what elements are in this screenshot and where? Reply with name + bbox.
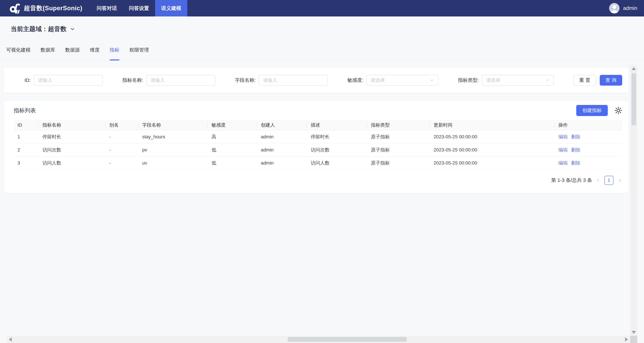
filter-id-label: ID: [24, 78, 31, 83]
metric-list-title: 指标列表 [14, 107, 36, 114]
filter-field-input[interactable] [259, 75, 328, 86]
delete-link[interactable]: 删除 [571, 147, 580, 152]
delete-link[interactable]: 删除 [571, 134, 580, 139]
col-actions: 操作 [554, 120, 622, 130]
horizontal-scrollbar-thumb[interactable] [288, 337, 407, 342]
col-description: 描述 [307, 120, 367, 130]
domain-label: 当前主题域： [11, 25, 48, 33]
filter-field-label: 字段名称: [235, 77, 256, 84]
filter-name-label: 指标名称: [122, 77, 143, 84]
create-metric-button[interactable]: 创建指标 [576, 105, 608, 116]
page-number-1[interactable]: 1 [604, 176, 614, 185]
edit-link[interactable]: 编辑 [558, 160, 568, 166]
domain-value: 超音数 [48, 25, 66, 33]
model-tabs: 可视化建模 数据库 数据源 维度 指标 权限管理 [0, 39, 644, 61]
chevron-down-icon [545, 78, 550, 82]
nav-item-semantic-modeling[interactable]: 语义建模 [155, 0, 187, 17]
user-avatar-icon[interactable] [609, 3, 620, 14]
filter-sensitivity-label: 敏感度: [347, 77, 363, 84]
filter-sensitivity-select[interactable]: 请选择 [366, 75, 438, 86]
vertical-scrollbar[interactable] [630, 65, 637, 336]
col-alias: 别名 [106, 120, 138, 130]
edit-link[interactable]: 编辑 [558, 134, 568, 139]
tab-metric[interactable]: 指标 [110, 47, 120, 60]
search-button[interactable]: 查 询 [600, 75, 622, 86]
next-page-icon[interactable] [617, 178, 622, 183]
scrollbar-corner [630, 336, 637, 343]
scroll-left-arrow[interactable] [9, 337, 12, 342]
app-logo: 超音数(SuperSonic) [10, 3, 82, 14]
metric-list-header: 指标列表 创建指标 [14, 101, 622, 120]
tab-visual-modeling[interactable]: 可视化建模 [6, 47, 30, 60]
nav-user-area[interactable]: admin [609, 3, 637, 14]
current-domain-bar: 当前主题域： 超音数 [0, 17, 644, 39]
supersonic-logo-icon [10, 3, 20, 14]
table-row: 2 访问次数 - pv 低 admin 访问次数 原子指标 2023-05-25… [14, 143, 622, 156]
chevron-down-icon [430, 78, 434, 82]
tab-database[interactable]: 数据库 [40, 47, 55, 60]
filter-type-select[interactable]: 请选择 [482, 75, 554, 86]
scroll-up-arrow[interactable] [632, 67, 636, 70]
filter-type-label: 指标类型: [458, 77, 479, 84]
filter-actions: 重 置 查 询 [574, 75, 622, 86]
metric-list-card: 指标列表 创建指标 [4, 101, 628, 193]
tab-permission[interactable]: 权限管理 [130, 47, 149, 60]
col-updated: 更新时间 [430, 120, 554, 130]
top-nav-bar: 超音数(SuperSonic) 问答对话 问答设置 语义建模 admin [0, 0, 644, 17]
filter-id-group: ID: [24, 75, 103, 86]
table-header-row: ID 指标名称 别名 字段名称 敏感度 创建人 描述 指标类型 更新时间 操作 [14, 120, 622, 130]
scroll-right-arrow[interactable] [625, 337, 628, 342]
filter-name-group: 指标名称: [122, 75, 215, 86]
metric-table: ID 指标名称 别名 字段名称 敏感度 创建人 描述 指标类型 更新时间 操作 … [14, 120, 622, 170]
username-label: admin [623, 5, 637, 11]
horizontal-scrollbar[interactable] [6, 336, 630, 343]
domain-chevron-down-icon[interactable] [70, 26, 75, 32]
nav-menu: 问答对话 问答设置 语义建模 [91, 0, 187, 17]
vertical-scrollbar-thumb[interactable] [632, 73, 636, 125]
filter-sensitivity-group: 敏感度: 请选择 [347, 75, 438, 86]
filter-type-group: 指标类型: 请选择 [458, 75, 554, 86]
filter-bar: ID: 指标名称: 字段名称: 敏感度: 请选择 指标类型: 请选择 重 置 查… [4, 68, 628, 93]
col-field: 字段名称 [138, 120, 208, 130]
pagination-summary: 第 1-3 条/总共 3 条 [551, 177, 592, 184]
pagination: 第 1-3 条/总共 3 条 1 [14, 176, 622, 185]
gear-icon[interactable] [614, 107, 622, 114]
col-type: 指标类型 [367, 120, 430, 130]
app-title: 超音数(SuperSonic) [24, 4, 82, 13]
col-sensitivity: 敏感度 [208, 120, 257, 130]
filter-name-input[interactable] [146, 75, 215, 86]
nav-item-qa-settings[interactable]: 问答设置 [123, 0, 155, 17]
col-creator: 创建人 [257, 120, 307, 130]
table-row: 3 访问人数 - uv 低 admin 访问人数 原子指标 2023-05-25… [14, 156, 622, 170]
reset-button[interactable]: 重 置 [574, 75, 596, 86]
col-id: ID [14, 120, 39, 130]
table-row: 1 停留时长 - stay_hours 高 admin 停留时长 原子指标 20… [14, 130, 622, 143]
filter-field-group: 字段名称: [235, 75, 328, 86]
prev-page-icon[interactable] [596, 178, 601, 183]
tab-dimension[interactable]: 维度 [90, 47, 100, 60]
filter-id-input[interactable] [34, 75, 103, 86]
edit-link[interactable]: 编辑 [558, 147, 568, 152]
scroll-down-arrow[interactable] [632, 331, 636, 334]
tab-datasource[interactable]: 数据源 [65, 47, 80, 60]
delete-link[interactable]: 删除 [571, 160, 580, 166]
col-name: 指标名称 [39, 120, 106, 130]
nav-item-qa-chat[interactable]: 问答对话 [91, 0, 123, 17]
